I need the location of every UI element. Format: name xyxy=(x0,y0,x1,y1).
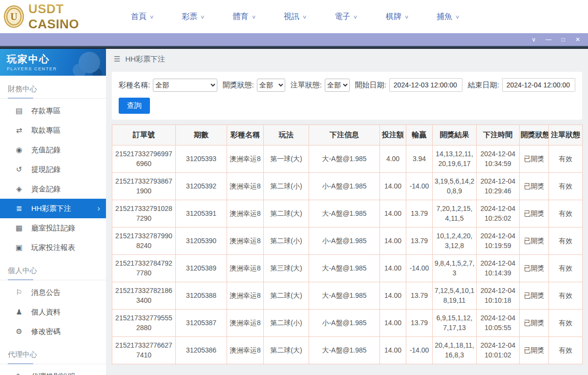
sidebar-item-announcements[interactable]: ⚐消息公告 xyxy=(0,283,106,302)
draw-status-select[interactable]: 全部 xyxy=(257,79,285,92)
sidebar-item-label: 個人資料 xyxy=(31,308,61,317)
search-button[interactable]: 查詢 xyxy=(119,98,150,114)
collapse-chevron-icon[interactable]: ∨ xyxy=(526,33,541,46)
close-button[interactable]: ✕ xyxy=(570,33,585,46)
cell-order_status: 有效 xyxy=(549,200,583,228)
cell-lottery_name: 澳洲幸运8 xyxy=(227,255,264,282)
col-header-order_status: 注單狀態 xyxy=(549,125,583,146)
sidebar-item-player-bet-report[interactable]: ▣玩家投注報表 xyxy=(0,238,106,257)
sidebar-item-label: 修改密碼 xyxy=(31,327,61,336)
cell-order_no: 2152173327938671900 xyxy=(112,173,176,200)
filter-panel: 彩種名稱: 全部 開獎狀態: 全部 注單狀態: 全部 開始日期: 結束日期: xyxy=(112,72,582,120)
nav-item-home[interactable]: 首頁∨ xyxy=(131,12,153,22)
sidebar-item-label: 資金記錄 xyxy=(31,185,61,194)
col-header-win_loss: 輸贏 xyxy=(406,125,433,146)
sidebar-section-agent: 代理中心 xyxy=(0,341,106,364)
sidebar-item-profile[interactable]: ♟個人資料 xyxy=(0,302,106,322)
order-status-label: 注單狀態: xyxy=(291,81,322,90)
logo-coin-icon: U xyxy=(4,5,24,28)
top-nav: 首頁∨彩票∨體育∨視訊∨電子∨棋牌∨捕魚∨ xyxy=(131,12,459,22)
window-title-bar: ∨ — □ ✕ xyxy=(0,33,588,46)
sidebar-item-label: HH彩票下注 xyxy=(31,204,71,213)
cell-order_no: 2152173327795552880 xyxy=(112,310,176,337)
draw-status-label: 開獎狀態: xyxy=(223,81,254,90)
cell-play: 第一球(大) xyxy=(264,146,309,173)
nav-item-label: 捕魚 xyxy=(437,12,452,22)
nav-item-video[interactable]: 視訊∨ xyxy=(284,12,306,22)
sidebar-header: 玩家中心 PLAYERS CENTER xyxy=(0,49,106,76)
cell-draw_status: 已開獎 xyxy=(520,282,549,310)
nav-item-chess[interactable]: 棋牌∨ xyxy=(386,12,408,22)
sidebar-item-withdraw[interactable]: ⇄取款專區 xyxy=(0,121,106,140)
col-header-play: 玩法 xyxy=(264,125,309,146)
cell-lottery_name: 澳洲幸运8 xyxy=(227,228,264,255)
sidebar-item-deposit[interactable]: ▤存款專區 xyxy=(0,101,106,121)
cell-order_no: 2152173327766277410 xyxy=(112,337,176,364)
withdraw-transfer-icon: ⇄ xyxy=(15,126,23,135)
sidebar-item-change-password[interactable]: ⚙修改密碼 xyxy=(0,322,106,341)
cell-bet_info: 大-A盤@1.985 xyxy=(309,282,380,310)
cell-order_status: 有效 xyxy=(549,255,583,282)
cell-order_status: 有效 xyxy=(549,228,583,255)
sidebar-item-label: 取款專區 xyxy=(31,126,61,135)
cell-play: 第二球(大) xyxy=(264,282,309,310)
end-date-input[interactable] xyxy=(502,78,575,92)
sidebar-item-hh-lottery-bets[interactable]: ≣HH彩票下注› xyxy=(0,199,106,218)
sidebar-item-agent-rules[interactable]: ✎代理規則說明 xyxy=(0,367,106,375)
cell-bet_info: 小-A盤@1.985 xyxy=(309,228,380,255)
sidebar-item-room-bet-records[interactable]: ▦廳室投註記錄 xyxy=(0,218,106,238)
cell-draw_result: 10,1,2,4,20,3,12,8 xyxy=(433,228,477,255)
bet-table-panel: 訂單號期數彩種名稱玩法下注信息投注額輸贏開獎結果下注時間開獎狀態注單狀態 215… xyxy=(112,125,582,364)
cell-period: 31205391 xyxy=(176,200,227,228)
minimize-button[interactable]: — xyxy=(541,33,556,46)
sidebar-item-label: 提現記錄 xyxy=(31,165,61,174)
cell-play: 第二球(小) xyxy=(264,173,309,200)
sidebar-item-recharge-records[interactable]: ◉充值記錄 xyxy=(0,140,106,160)
logo: U USDT CASINO xyxy=(4,1,107,32)
hamburger-menu-icon[interactable]: ☰ xyxy=(114,55,120,63)
nav-item-label: 視訊 xyxy=(284,12,299,22)
table-row: 215217332779555288031205387澳洲幸运8第二球(小)小-… xyxy=(112,310,583,337)
cell-bet_info: 大-A盤@1.985 xyxy=(309,255,380,282)
bell-icon: ⚐ xyxy=(15,288,23,297)
nav-item-slots[interactable]: 電子∨ xyxy=(335,12,357,22)
cell-order_status: 有效 xyxy=(549,173,583,200)
cell-period: 31205387 xyxy=(176,310,227,337)
cell-bet_amount: 14.00 xyxy=(380,255,406,282)
sidebar-subtitle: PLAYERS CENTER xyxy=(7,66,106,71)
nav-item-fishing[interactable]: 捕魚∨ xyxy=(437,12,459,22)
cell-lottery_name: 澳洲幸运8 xyxy=(227,337,264,364)
start-date-input[interactable] xyxy=(389,78,462,92)
cell-draw_result: 6,9,15,1,12,7,17,13 xyxy=(433,310,477,337)
col-header-lottery_name: 彩種名稱 xyxy=(227,125,264,146)
order-status-select[interactable]: 全部 xyxy=(325,79,350,92)
sidebar-section-finance: 財務中心 xyxy=(0,76,106,99)
cell-draw_result: 14,13,12,11,20,19,6,17 xyxy=(433,146,477,173)
cell-win_loss: -14.00 xyxy=(406,337,433,364)
cell-bet_amount: 14.00 xyxy=(380,228,406,255)
cell-order_status: 有效 xyxy=(549,146,583,173)
sidebar-item-label: 消息公告 xyxy=(31,288,61,297)
maximize-button[interactable]: □ xyxy=(556,33,570,46)
cell-bet_amount: 14.00 xyxy=(380,173,406,200)
cell-order_no: 2152173327821863400 xyxy=(112,282,176,310)
cell-bet_time: 2024-12-04 10:29:46 xyxy=(477,173,520,200)
cell-play: 第二球(大) xyxy=(264,337,309,364)
cell-order_no: 2152173327879908240 xyxy=(112,228,176,255)
cell-bet_time: 2024-12-04 10:05:55 xyxy=(477,310,520,337)
logo-text: USDT CASINO xyxy=(28,1,107,32)
nav-item-label: 體育 xyxy=(233,12,249,22)
sidebar-item-withdrawal-records[interactable]: ↺提現記錄 xyxy=(0,160,106,179)
chevron-down-icon: ∨ xyxy=(200,14,205,20)
cell-draw_result: 7,20,1,2,15,4,11,5 xyxy=(433,200,477,228)
chevron-right-icon: › xyxy=(97,204,100,213)
nav-item-lottery[interactable]: 彩票∨ xyxy=(182,12,204,22)
nav-item-sports[interactable]: 體育∨ xyxy=(233,12,255,22)
nav-item-label: 首頁 xyxy=(131,12,147,22)
lottery-name-select[interactable]: 全部 xyxy=(153,79,217,92)
chevron-down-icon: ∨ xyxy=(404,14,409,20)
cell-period: 31205392 xyxy=(176,173,227,200)
cell-win_loss: 13.79 xyxy=(406,310,433,337)
cell-draw_status: 已開獎 xyxy=(520,228,549,255)
sidebar-item-fund-records[interactable]: ◈資金記錄 xyxy=(0,179,106,199)
